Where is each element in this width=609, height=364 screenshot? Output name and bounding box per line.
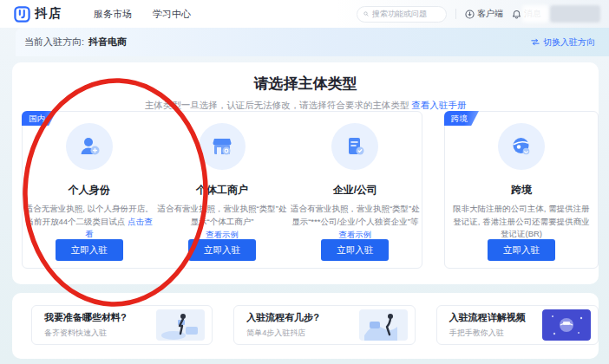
entity-card-cross-border[interactable]: 跨境 限非大陆注册的公司主体, 需提供注册登记证, 香港注册公司还需要提供商业登… [445,112,598,268]
help-card-materials[interactable]: 我要准备哪些材料? 备齐资料快速入驻 [31,305,213,345]
help-card-title: 入驻流程有几步? [246,311,319,324]
search-input[interactable] [372,10,440,18]
switch-direction-label: 切换入驻方向 [543,36,595,49]
enter-now-button-personal[interactable]: 立即入驻 [56,239,123,261]
entity-card-individual-business[interactable]: 个体工商户 适合有营业执照，营业执照“类型”处显示“个体工商户” 查看示例 立即… [155,112,288,268]
entity-desc-text: 适合有营业执照，营业执照“类型”处显示“***公司/企业/个人独资企业”等 [291,204,420,226]
person-icon [66,123,113,170]
page-subtitle: 主体类型一旦选择，认证后无法修改，请选择符合要求的主体类型 查看入驻手册 [12,100,599,112]
help-card-steps[interactable]: 入驻流程有几步? 简单4步入驻抖店 [233,305,415,345]
top-nav: 服务市场 学习中心 [94,8,191,21]
messages[interactable]: 消息 [512,8,541,20]
entity-title: 企业/公司 [333,183,377,198]
globe-icon [498,123,545,170]
help-card-title: 入驻流程详解视频 [449,311,526,324]
entity-title: 跨境 [511,183,532,198]
entity-desc-text: 适合有营业执照，营业执照“类型”处显示“个体工商户” [158,204,287,226]
search-icon [363,10,369,18]
direction-label: 当前入驻方向: [24,36,84,49]
entity-desc-text: 限非大陆注册的公司主体, 需提供注册登记证, 香港注册公司还需要提供商业登记证(… [453,204,589,238]
blurred-overlay [522,5,548,23]
subtitle-text: 主体类型一旦选择，认证后无法修改，请选择符合要求的主体类型 [145,100,409,110]
entity-type-panel: 请选择主体类型 主体类型一旦选择，认证后无法修改，请选择符合要求的主体类型 查看… [12,62,599,284]
bell-icon [512,10,521,19]
topbar-divider [455,9,456,19]
enter-now-button-individual[interactable]: 立即入驻 [188,239,256,261]
enter-now-button-company[interactable]: 立即入驻 [321,239,389,261]
doudian-logo[interactable]: 抖店 [14,6,62,23]
entity-description: 适合有营业执照，营业执照“类型”处显示“***公司/企业/个人独资企业”等 查看… [289,203,421,242]
nav-learning-center[interactable]: 学习中心 [153,8,191,21]
help-card-video[interactable]: 入驻流程详解视频 手把手教你入驻 [436,305,599,345]
swap-icon [531,38,540,46]
top-navbar: 抖店 服务市场 学习中心 客户端 消息 [0,0,609,28]
page-title: 请选择主体类型 [12,62,599,94]
logo-text: 抖店 [35,6,62,22]
store-icon [199,123,246,170]
video-thumbnail[interactable] [542,309,591,341]
group-cross-border: 跨境 跨境 限非大陆注册的公司主体, 需提供注册登记证, 香港注册公司还需要提供… [444,111,599,269]
entity-title: 个人身份 [69,183,110,198]
entry-direction-bar: 当前入驻方向: 抖音电商 切换入驻方向 [16,28,609,56]
entity-description: 适合有营业执照，营业执照“类型”处显示“个体工商户” 查看示例 [156,203,288,242]
direction-value: 抖音电商 [88,36,127,49]
help-card-title: 我要准备哪些材料? [44,311,127,324]
enter-now-button-cross-border[interactable]: 立即入驻 [488,239,555,261]
help-panel: 我要准备哪些材料? 备齐资料快速入驻 入驻流程有几步? 简单4步入驻抖店 [12,293,599,359]
company-icon [331,123,378,170]
search-box[interactable] [357,6,447,23]
client-label: 客户端 [477,8,503,20]
entity-description: 限非大陆注册的公司主体, 需提供注册登记证, 香港注册公司还需要提供商业登记证(… [452,203,591,241]
entity-card-personal[interactable]: 个人身份 适合无营业执照, 以个人身份开店。当前开放44个二级类目试点 点击查看… [23,112,155,268]
blurred-account-info [550,5,600,23]
group-domestic: 国内 个人身份 适合无营业执照, 以个人身份开店。当前开放44个二级类目试点 点… [22,111,422,269]
help-card-subtitle: 手把手教你入驻 [449,328,526,339]
client-icon [465,10,475,19]
doudian-logo-icon [14,6,30,23]
switch-direction-link[interactable]: 切换入驻方向 [531,36,595,49]
help-card-subtitle: 备齐资料快速入驻 [44,328,127,339]
handbook-link[interactable]: 查看入驻手册 [411,100,466,110]
topbar-right: 客户端 消息 [357,5,600,23]
help-card-subtitle: 简单4步入驻抖店 [246,328,319,339]
steps-illustration [359,309,408,341]
entity-card-company[interactable]: 企业/公司 适合有营业执照，营业执照“类型”处显示“***公司/企业/个人独资企… [289,112,422,268]
materials-illustration [156,309,205,341]
client-download[interactable]: 客户端 [465,8,503,20]
nav-service-market[interactable]: 服务市场 [94,8,132,21]
entity-title: 个体工商户 [196,183,248,198]
